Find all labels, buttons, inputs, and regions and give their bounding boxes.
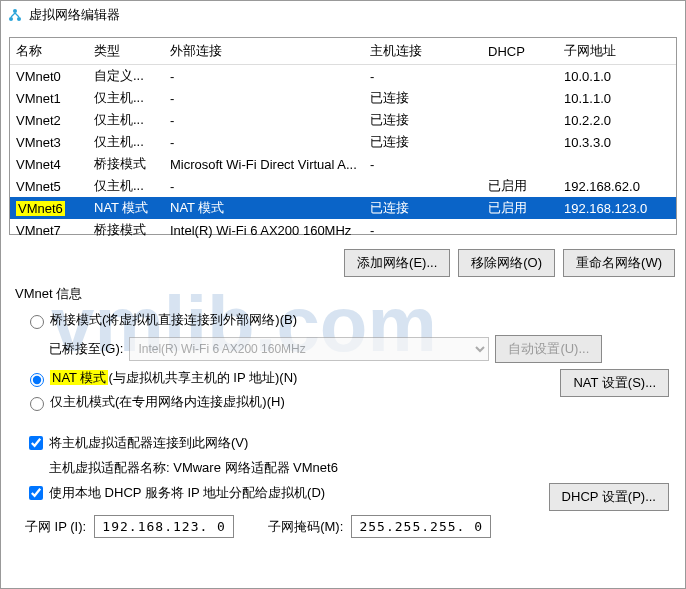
hostonly-radio[interactable] <box>30 397 44 411</box>
column-header[interactable]: 子网地址 <box>558 38 676 65</box>
table-cell: VMnet1 <box>10 87 88 109</box>
table-cell: 仅主机... <box>88 131 164 153</box>
svg-point-1 <box>9 17 13 21</box>
host-adapter-name-label: 主机虚拟适配器名称: VMware 网络适配器 VMnet6 <box>49 459 338 477</box>
table-row[interactable]: VMnet2仅主机...-已连接10.2.2.0 <box>10 109 676 131</box>
bridged-radio[interactable] <box>30 315 44 329</box>
table-cell: VMnet4 <box>10 153 88 175</box>
table-cell: VMnet2 <box>10 109 88 131</box>
table-cell: 仅主机... <box>88 109 164 131</box>
connect-host-adapter-checkbox[interactable] <box>29 436 43 450</box>
vmnet-info-label: VMnet 信息 <box>15 285 677 303</box>
table-row[interactable]: VMnet7桥接模式Intel(R) Wi-Fi 6 AX200 160MHz- <box>10 219 676 241</box>
table-cell <box>364 175 482 197</box>
column-header[interactable]: 外部连接 <box>164 38 364 65</box>
dhcp-checkbox[interactable] <box>29 486 43 500</box>
column-header[interactable]: 类型 <box>88 38 164 65</box>
table-cell: VMnet7 <box>10 219 88 241</box>
table-cell: NAT 模式 <box>88 197 164 219</box>
subnet-ip-label: 子网 IP (I): <box>25 518 86 536</box>
svg-point-2 <box>17 17 21 21</box>
auto-settings-button: 自动设置(U)... <box>495 335 602 363</box>
table-cell: 仅主机... <box>88 175 164 197</box>
column-header[interactable]: 名称 <box>10 38 88 65</box>
table-cell: 已连接 <box>364 87 482 109</box>
table-row[interactable]: VMnet4桥接模式Microsoft Wi-Fi Direct Virtual… <box>10 153 676 175</box>
bridged-adapter-select: Intel(R) Wi-Fi 6 AX200 160MHz <box>129 337 489 361</box>
table-cell: 192.168.123.0 <box>558 197 676 219</box>
table-cell: 10.1.1.0 <box>558 87 676 109</box>
connect-host-adapter-label: 将主机虚拟适配器连接到此网络(V) <box>49 434 248 452</box>
table-cell <box>482 219 558 241</box>
table-cell: 10.2.2.0 <box>558 109 676 131</box>
subnet-mask-input[interactable]: 255.255.255. 0 <box>351 515 491 538</box>
nat-label-hl: NAT 模式 <box>50 370 108 385</box>
dhcp-settings-button[interactable]: DHCP 设置(P)... <box>549 483 669 511</box>
table-cell: 10.0.1.0 <box>558 65 676 88</box>
table-cell <box>558 219 676 241</box>
table-row[interactable]: VMnet3仅主机...-已连接10.3.3.0 <box>10 131 676 153</box>
table-cell <box>482 131 558 153</box>
table-cell: Intel(R) Wi-Fi 6 AX200 160MHz <box>164 219 364 241</box>
table-cell: 仅主机... <box>88 87 164 109</box>
table-cell: 已启用 <box>482 175 558 197</box>
subnet-mask-label: 子网掩码(M): <box>268 518 343 536</box>
table-cell: 已连接 <box>364 197 482 219</box>
nat-label-rest: (与虚拟机共享主机的 IP 地址)(N) <box>108 370 297 385</box>
nat-radio[interactable] <box>30 373 44 387</box>
app-icon <box>7 7 23 23</box>
table-cell: 桥接模式 <box>88 153 164 175</box>
table-cell: VMnet5 <box>10 175 88 197</box>
column-header[interactable]: DHCP <box>482 38 558 65</box>
hostonly-mode-option[interactable]: 仅主机模式(在专用网络内连接虚拟机)(H) <box>25 393 677 411</box>
table-cell <box>558 153 676 175</box>
table-cell: - <box>164 131 364 153</box>
table-row[interactable]: VMnet5仅主机...-已启用192.168.62.0 <box>10 175 676 197</box>
rename-network-button[interactable]: 重命名网络(W) <box>563 249 675 277</box>
table-row[interactable]: VMnet1仅主机...-已连接10.1.1.0 <box>10 87 676 109</box>
table-cell: - <box>164 87 364 109</box>
table-cell: 桥接模式 <box>88 219 164 241</box>
table-cell: - <box>164 109 364 131</box>
connect-host-adapter-option[interactable]: 将主机虚拟适配器连接到此网络(V) <box>25 433 677 453</box>
table-cell: - <box>164 65 364 88</box>
table-cell: VMnet3 <box>10 131 88 153</box>
add-network-button[interactable]: 添加网络(E)... <box>344 249 450 277</box>
remove-network-button[interactable]: 移除网络(O) <box>458 249 555 277</box>
table-cell: 10.3.3.0 <box>558 131 676 153</box>
table-cell: 自定义... <box>88 65 164 88</box>
table-cell: - <box>364 65 482 88</box>
table-cell: 已启用 <box>482 197 558 219</box>
table-row[interactable]: VMnet0自定义...--10.0.1.0 <box>10 65 676 88</box>
table-cell: - <box>364 153 482 175</box>
network-table[interactable]: 名称类型外部连接主机连接DHCP子网地址 VMnet0自定义...--10.0.… <box>9 37 677 235</box>
column-header[interactable]: 主机连接 <box>364 38 482 65</box>
table-cell <box>482 153 558 175</box>
table-cell: Microsoft Wi-Fi Direct Virtual A... <box>164 153 364 175</box>
hostonly-label: 仅主机模式(在专用网络内连接虚拟机)(H) <box>50 393 285 411</box>
table-cell: 已连接 <box>364 109 482 131</box>
table-cell <box>482 109 558 131</box>
table-cell: - <box>364 219 482 241</box>
dhcp-label: 使用本地 DHCP 服务将 IP 地址分配给虚拟机(D) <box>49 484 325 502</box>
table-cell: 已连接 <box>364 131 482 153</box>
bridged-label: 桥接模式(将虚拟机直接连接到外部网络)(B) <box>50 311 297 329</box>
table-cell: - <box>164 175 364 197</box>
bridged-to-label: 已桥接至(G): <box>49 340 123 358</box>
table-cell: 192.168.62.0 <box>558 175 676 197</box>
titlebar: 虚拟网络编辑器 <box>1 1 685 29</box>
table-cell: NAT 模式 <box>164 197 364 219</box>
bridged-mode-option[interactable]: 桥接模式(将虚拟机直接连接到外部网络)(B) <box>25 311 677 329</box>
subnet-ip-input[interactable]: 192.168.123. 0 <box>94 515 234 538</box>
table-cell: VMnet0 <box>10 65 88 88</box>
window-title: 虚拟网络编辑器 <box>29 6 120 24</box>
svg-point-0 <box>13 9 17 13</box>
table-cell <box>482 87 558 109</box>
table-cell: VMnet6 <box>10 197 88 219</box>
table-row[interactable]: VMnet6NAT 模式NAT 模式已连接已启用192.168.123.0 <box>10 197 676 219</box>
table-cell <box>482 65 558 88</box>
